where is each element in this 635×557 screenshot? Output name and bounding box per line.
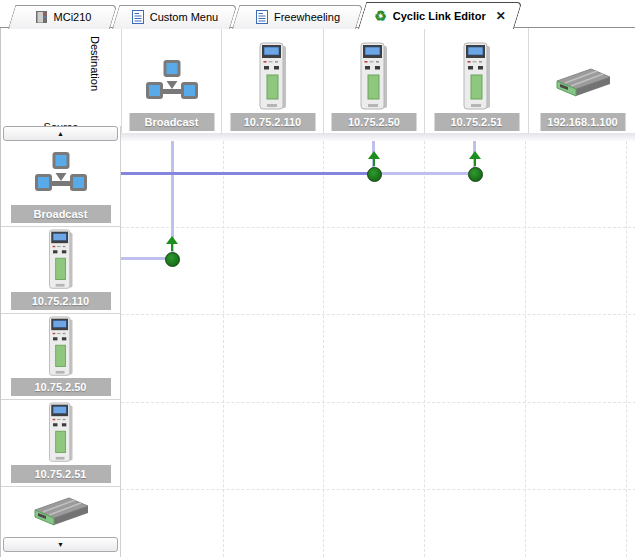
source-label: 10.75.2.50 (11, 378, 111, 396)
destination-axis-label: Destination (89, 36, 101, 91)
link-node-10-75-2-110-to-broadcast[interactable] (165, 252, 180, 267)
axis-corner: Destination Source (1, 28, 121, 141)
tab-cyclic-link-editor[interactable]: ♻ Cyclic Link Editor ✕ (358, 2, 514, 29)
link-node-broadcast-to-10-75-2-50[interactable] (367, 167, 382, 182)
gridline (223, 141, 224, 557)
drive-tower-icon (47, 229, 75, 291)
tab-mci210[interactable]: MCi210 (8, 5, 110, 29)
tab-close-icon[interactable]: ✕ (496, 9, 506, 23)
source-flat-module[interactable] (1, 487, 120, 537)
link-node-broadcast-to-10-75-2-51[interactable] (468, 167, 483, 182)
source-broadcast[interactable]: Broadcast (1, 141, 120, 227)
up-arrow-icon: ▲ (57, 130, 64, 137)
destination-label: 10.75.2.51 (434, 113, 519, 131)
flat-module-icon (29, 491, 93, 533)
broadcast-icon (145, 59, 199, 105)
tab-freewheeling[interactable]: Freewheeling (232, 5, 356, 29)
broadcast-icon (34, 151, 88, 197)
drive-tower-icon (258, 42, 288, 112)
document-icon (132, 10, 144, 24)
link-line-broadcast-source (121, 172, 374, 175)
link-arrow-stem (373, 158, 375, 166)
tab-bar: MCi210 Custom Menu Freewheeling (0, 0, 635, 28)
source-10-75-2-51[interactable]: 10.75.2.51 (1, 400, 120, 487)
tab-label: MCi210 (54, 11, 92, 23)
drive-tower-icon (359, 42, 389, 112)
gridline (323, 141, 324, 557)
drive-tower-icon (47, 402, 75, 464)
source-sidebar: ▲ Broadcast (1, 126, 121, 557)
source-label: 10.75.2.51 (11, 465, 111, 483)
source-10-75-2-50[interactable]: 10.75.2.50 (1, 314, 120, 400)
link-arrow-stem (171, 243, 173, 251)
down-arrow-icon: ▼ (57, 541, 64, 548)
destination-10-75-2-110[interactable]: 10.75.2.110 (221, 28, 323, 141)
gridline (525, 141, 526, 557)
link-grid-canvas[interactable] (121, 141, 635, 557)
flat-module-icon (551, 62, 615, 104)
drive-tower-icon (462, 42, 492, 112)
gridline (626, 141, 627, 557)
tab-label: Freewheeling (274, 11, 340, 23)
source-label: Broadcast (11, 205, 111, 223)
link-line-broadcast-source-ext (374, 172, 475, 175)
destination-label: 10.75.2.50 (332, 113, 417, 131)
drive-tower-icon (47, 316, 75, 378)
gridline (424, 141, 425, 557)
recycle-icon: ♻ (374, 9, 387, 23)
source-label: 10.75.2.110 (11, 292, 111, 310)
destination-broadcast[interactable]: Broadcast (121, 28, 221, 141)
gridline (121, 489, 635, 490)
gridline (121, 402, 635, 403)
tab-label: Cyclic Link Editor (393, 10, 486, 22)
destination-10-75-2-51[interactable]: 10.75.2.51 (424, 28, 528, 141)
destination-label: 10.75.2.110 (230, 113, 315, 131)
destination-label: Broadcast (129, 113, 214, 131)
document-icon (256, 10, 268, 24)
editor-content: Destination Source Broadcast (0, 28, 635, 557)
destination-10-75-2-50[interactable]: 10.75.2.50 (323, 28, 424, 141)
destination-label: 192.168.1.100 (540, 113, 625, 131)
gridline (121, 314, 635, 315)
device-icon (35, 10, 48, 24)
gridline (121, 227, 635, 228)
tab-label: Custom Menu (150, 11, 218, 23)
header-bottom-strip (121, 133, 635, 141)
source-10-75-2-110[interactable]: 10.75.2.110 (1, 227, 120, 314)
cyclic-link-editor-window: MCi210 Custom Menu Freewheeling (0, 0, 635, 557)
tab-custom-menu[interactable]: Custom Menu (112, 5, 230, 29)
scroll-down-button[interactable]: ▼ (3, 537, 118, 552)
destination-192-168-1-100[interactable]: 192.168.1.100 (528, 28, 635, 141)
link-arrow-stem (474, 158, 476, 166)
scroll-up-button[interactable]: ▲ (3, 126, 118, 141)
